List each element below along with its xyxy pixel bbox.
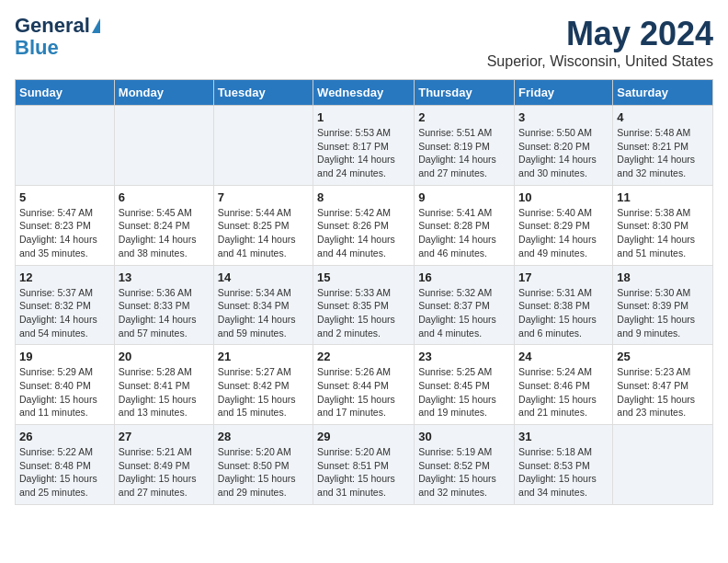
weekday-header-monday: Monday (114, 80, 213, 106)
day-number: 28 (218, 430, 309, 443)
day-detail: Sunrise: 5:41 AMSunset: 8:28 PMDaylight:… (418, 206, 510, 260)
weekday-header-tuesday: Tuesday (213, 80, 313, 106)
weekday-header-friday: Friday (515, 80, 613, 106)
day-number: 14 (218, 270, 309, 284)
day-number: 26 (19, 430, 110, 443)
calendar-week-row: 19Sunrise: 5:29 AMSunset: 8:40 PMDayligh… (16, 345, 713, 425)
day-detail: Sunrise: 5:19 AMSunset: 8:52 PMDaylight:… (418, 445, 510, 500)
day-number: 29 (317, 430, 410, 443)
weekday-header-sunday: Sunday (16, 80, 115, 106)
month-title: May 2024 (487, 15, 713, 53)
calendar-cell: 20Sunrise: 5:28 AMSunset: 8:41 PMDayligh… (114, 345, 213, 425)
calendar-cell: 15Sunrise: 5:33 AMSunset: 8:35 PMDayligh… (313, 265, 415, 345)
calendar-cell: 8Sunrise: 5:42 AMSunset: 8:26 PMDaylight… (313, 185, 415, 265)
calendar-cell: 14Sunrise: 5:34 AMSunset: 8:34 PMDayligh… (213, 265, 313, 345)
calendar-cell: 18Sunrise: 5:30 AMSunset: 8:39 PMDayligh… (613, 265, 713, 345)
calendar-cell (213, 106, 313, 186)
day-detail: Sunrise: 5:40 AMSunset: 8:29 PMDaylight:… (518, 206, 609, 260)
day-detail: Sunrise: 5:28 AMSunset: 8:41 PMDaylight:… (119, 365, 210, 419)
day-detail: Sunrise: 5:18 AMSunset: 8:53 PMDaylight:… (518, 445, 609, 500)
calendar-week-row: 5Sunrise: 5:47 AMSunset: 8:23 PMDaylight… (16, 185, 713, 265)
day-detail: Sunrise: 5:32 AMSunset: 8:37 PMDaylight:… (418, 286, 510, 340)
day-detail: Sunrise: 5:30 AMSunset: 8:39 PMDaylight:… (617, 286, 709, 340)
day-number: 20 (119, 350, 210, 363)
day-number: 24 (518, 350, 609, 363)
calendar-cell: 22Sunrise: 5:26 AMSunset: 8:44 PMDayligh… (313, 345, 415, 425)
day-detail: Sunrise: 5:53 AMSunset: 8:17 PMDaylight:… (317, 126, 410, 180)
weekday-header-saturday: Saturday (613, 80, 713, 106)
calendar-cell: 13Sunrise: 5:36 AMSunset: 8:33 PMDayligh… (114, 265, 213, 345)
calendar-cell: 26Sunrise: 5:22 AMSunset: 8:48 PMDayligh… (16, 425, 115, 505)
day-number: 23 (418, 350, 510, 363)
day-number: 30 (418, 430, 510, 443)
day-number: 27 (119, 430, 210, 443)
day-number: 10 (518, 190, 609, 204)
day-number: 7 (218, 190, 309, 204)
day-detail: Sunrise: 5:29 AMSunset: 8:40 PMDaylight:… (19, 365, 110, 419)
day-detail: Sunrise: 5:27 AMSunset: 8:42 PMDaylight:… (218, 365, 309, 419)
calendar-cell: 10Sunrise: 5:40 AMSunset: 8:29 PMDayligh… (515, 185, 613, 265)
day-detail: Sunrise: 5:20 AMSunset: 8:50 PMDaylight:… (218, 445, 309, 500)
calendar-cell: 27Sunrise: 5:21 AMSunset: 8:49 PMDayligh… (114, 425, 213, 505)
calendar-cell (613, 425, 713, 505)
day-number: 31 (518, 430, 609, 443)
day-detail: Sunrise: 5:22 AMSunset: 8:48 PMDaylight:… (19, 445, 110, 500)
calendar-cell: 29Sunrise: 5:20 AMSunset: 8:51 PMDayligh… (313, 425, 415, 505)
calendar-cell: 21Sunrise: 5:27 AMSunset: 8:42 PMDayligh… (213, 345, 313, 425)
day-number: 12 (19, 270, 110, 284)
calendar-cell (16, 106, 115, 186)
day-detail: Sunrise: 5:37 AMSunset: 8:32 PMDaylight:… (19, 286, 110, 340)
calendar-cell: 23Sunrise: 5:25 AMSunset: 8:45 PMDayligh… (415, 345, 515, 425)
calendar-cell: 30Sunrise: 5:19 AMSunset: 8:52 PMDayligh… (415, 425, 515, 505)
day-detail: Sunrise: 5:47 AMSunset: 8:23 PMDaylight:… (19, 206, 110, 260)
calendar-cell: 16Sunrise: 5:32 AMSunset: 8:37 PMDayligh… (415, 265, 515, 345)
weekday-header-row: SundayMondayTuesdayWednesdayThursdayFrid… (16, 80, 713, 106)
calendar-cell: 28Sunrise: 5:20 AMSunset: 8:50 PMDayligh… (213, 425, 313, 505)
calendar-cell: 5Sunrise: 5:47 AMSunset: 8:23 PMDaylight… (16, 185, 115, 265)
page-header: General Blue May 2024 Superior, Wisconsi… (15, 15, 713, 70)
logo-text-general: General (15, 15, 90, 37)
day-detail: Sunrise: 5:21 AMSunset: 8:49 PMDaylight:… (119, 445, 210, 500)
day-detail: Sunrise: 5:44 AMSunset: 8:25 PMDaylight:… (218, 206, 309, 260)
day-number: 21 (218, 350, 309, 363)
day-number: 19 (19, 350, 110, 363)
logo-text-blue: Blue (15, 37, 59, 59)
day-detail: Sunrise: 5:31 AMSunset: 8:38 PMDaylight:… (518, 286, 609, 340)
weekday-header-thursday: Thursday (415, 80, 515, 106)
calendar-cell: 4Sunrise: 5:48 AMSunset: 8:21 PMDaylight… (613, 106, 713, 186)
calendar-cell: 6Sunrise: 5:45 AMSunset: 8:24 PMDaylight… (114, 185, 213, 265)
day-number: 3 (518, 110, 609, 124)
calendar-week-row: 1Sunrise: 5:53 AMSunset: 8:17 PMDaylight… (16, 106, 713, 186)
day-detail: Sunrise: 5:51 AMSunset: 8:19 PMDaylight:… (418, 126, 510, 180)
day-detail: Sunrise: 5:38 AMSunset: 8:30 PMDaylight:… (617, 206, 709, 260)
logo: General Blue (15, 15, 100, 59)
calendar-cell: 17Sunrise: 5:31 AMSunset: 8:38 PMDayligh… (515, 265, 613, 345)
calendar-cell: 25Sunrise: 5:23 AMSunset: 8:47 PMDayligh… (613, 345, 713, 425)
day-number: 25 (617, 350, 709, 363)
day-detail: Sunrise: 5:24 AMSunset: 8:46 PMDaylight:… (518, 365, 609, 419)
day-number: 13 (119, 270, 210, 284)
day-number: 18 (617, 270, 709, 284)
day-number: 4 (617, 110, 709, 124)
calendar-cell: 31Sunrise: 5:18 AMSunset: 8:53 PMDayligh… (515, 425, 613, 505)
title-block: May 2024 Superior, Wisconsin, United Sta… (487, 15, 713, 70)
calendar-week-row: 26Sunrise: 5:22 AMSunset: 8:48 PMDayligh… (16, 425, 713, 505)
day-number: 9 (418, 190, 510, 204)
logo-triangle-icon (92, 18, 100, 33)
calendar-cell: 2Sunrise: 5:51 AMSunset: 8:19 PMDaylight… (415, 106, 515, 186)
calendar-cell: 24Sunrise: 5:24 AMSunset: 8:46 PMDayligh… (515, 345, 613, 425)
day-number: 15 (317, 270, 410, 284)
day-detail: Sunrise: 5:26 AMSunset: 8:44 PMDaylight:… (317, 365, 410, 419)
calendar-cell: 1Sunrise: 5:53 AMSunset: 8:17 PMDaylight… (313, 106, 415, 186)
calendar-week-row: 12Sunrise: 5:37 AMSunset: 8:32 PMDayligh… (16, 265, 713, 345)
calendar-cell: 7Sunrise: 5:44 AMSunset: 8:25 PMDaylight… (213, 185, 313, 265)
calendar-cell: 11Sunrise: 5:38 AMSunset: 8:30 PMDayligh… (613, 185, 713, 265)
weekday-header-wednesday: Wednesday (313, 80, 415, 106)
day-number: 5 (19, 190, 110, 204)
day-detail: Sunrise: 5:50 AMSunset: 8:20 PMDaylight:… (518, 126, 609, 180)
day-detail: Sunrise: 5:34 AMSunset: 8:34 PMDaylight:… (218, 286, 309, 340)
day-number: 16 (418, 270, 510, 284)
day-number: 22 (317, 350, 410, 363)
calendar-table: SundayMondayTuesdayWednesdayThursdayFrid… (15, 79, 713, 505)
day-number: 2 (418, 110, 510, 124)
